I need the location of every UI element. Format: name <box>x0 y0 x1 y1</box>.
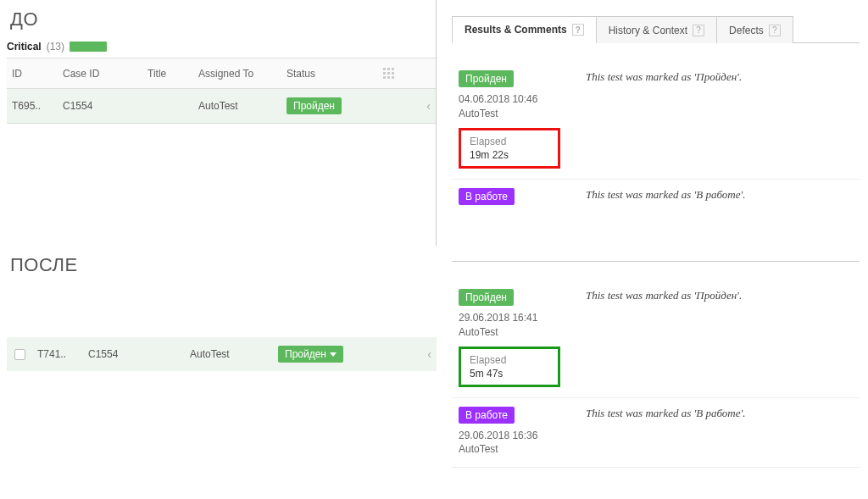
change-entry: В работе 29.06.2018 16:36 AutoTest This … <box>452 398 860 469</box>
table-row[interactable]: T741.. C1554 AutoTest Пройден ‹ <box>7 337 437 371</box>
col-id[interactable]: ID <box>7 61 58 86</box>
chevron-left-icon[interactable]: ‹ <box>427 347 431 361</box>
tab-history-context[interactable]: History & Context ? <box>596 16 717 43</box>
change-message: This test was marked as 'Пройден'. <box>579 280 860 397</box>
tests-table: T741.. C1554 AutoTest Пройден ‹ <box>7 337 437 371</box>
left-pane-after: ПОСЛЕ T741.. C1554 AutoTest Пройден ‹ <box>0 246 437 491</box>
status-badge: В работе <box>459 407 515 424</box>
col-status[interactable]: Status <box>281 61 371 86</box>
status-badge-label: Пройден <box>285 348 326 360</box>
status-badge-label: Пройден <box>293 100 335 112</box>
change-message: This test was marked as 'В работе'. <box>579 398 860 468</box>
table-row[interactable]: T695.. C1554 AutoTest Пройден ‹ <box>7 89 436 123</box>
status-badge-label: Пройден <box>465 73 507 85</box>
elapsed-box-highlight: Elapsed 5m 47s <box>459 347 560 387</box>
status-badge-label: В работе <box>465 191 508 202</box>
change-meta-col: В работе 29.06.2018 16:36 AutoTest <box>452 398 579 468</box>
elapsed-value: 19m 22s <box>470 149 549 161</box>
case-id-link[interactable]: C1554 <box>63 100 92 112</box>
elapsed-label: Elapsed <box>470 354 549 366</box>
change-timestamp: 29.06.2018 16:41 <box>459 311 572 325</box>
before-section: ДО Critical (13) ID Case ID Title Assign… <box>0 0 868 246</box>
right-pane-after: Пройден 29.06.2018 16:41 AutoTest Elapse… <box>437 246 868 491</box>
elapsed-label: Elapsed <box>470 136 549 147</box>
after-section: ПОСЛЕ T741.. C1554 AutoTest Пройден ‹ <box>0 246 868 491</box>
detail-tabs: Results & Comments ? History & Context ?… <box>452 15 860 43</box>
status-badge-label: Пройден <box>465 291 507 303</box>
change-meta-col: В работе <box>452 180 579 215</box>
right-pane-before: Results & Comments ? History & Context ?… <box>437 0 868 246</box>
changes-list: Пройден 29.06.2018 16:41 AutoTest Elapse… <box>452 280 860 468</box>
col-case-id[interactable]: Case ID <box>58 61 142 86</box>
heading-before: ДО <box>10 8 436 30</box>
tab-label: Defects <box>729 25 764 36</box>
change-entry: Пройден 04.06.2018 10:46 AutoTest Elapse… <box>452 62 860 180</box>
change-meta-col: Пройден 04.06.2018 10:46 AutoTest Elapse… <box>452 62 579 179</box>
change-message: This test was marked as 'Пройден'. <box>579 62 860 179</box>
tab-label: Results & Comments <box>465 24 567 36</box>
change-timestamp: 04.06.2018 10:46 <box>459 92 572 107</box>
change-user: AutoTest <box>459 107 572 121</box>
group-progress-bar <box>70 42 107 52</box>
row-checkbox[interactable] <box>14 349 25 360</box>
group-count: (13) <box>47 41 64 53</box>
changes-list: Пройден 04.06.2018 10:46 AutoTest Elapse… <box>452 62 860 216</box>
test-title <box>142 99 193 113</box>
tab-defects[interactable]: Defects ? <box>716 16 793 43</box>
chevron-down-icon <box>330 352 337 357</box>
status-dropdown[interactable]: Пройден <box>278 346 343 363</box>
assigned-to: AutoTest <box>193 93 281 119</box>
heading-after: ПОСЛЕ <box>10 254 437 276</box>
tests-table: ID Case ID Title Assigned To Status T695… <box>7 58 436 124</box>
elapsed-value: 5m 47s <box>470 368 549 380</box>
status-badge: В работе <box>459 188 515 205</box>
help-icon[interactable]: ? <box>572 24 584 36</box>
left-pane-before: ДО Critical (13) ID Case ID Title Assign… <box>0 0 437 246</box>
chevron-left-icon[interactable]: ‹ <box>426 99 431 113</box>
col-title[interactable]: Title <box>142 61 193 86</box>
test-id-link[interactable]: T741.. <box>37 348 66 360</box>
status-badge[interactable]: Пройден <box>287 97 342 114</box>
change-entry: В работе This test was marked as 'В рабо… <box>452 180 860 216</box>
change-user: AutoTest <box>459 325 572 340</box>
status-badge-label: В работе <box>465 409 508 421</box>
change-message: This test was marked as 'В работе'. <box>579 180 860 215</box>
col-assigned-to[interactable]: Assigned To <box>193 61 281 86</box>
change-user: AutoTest <box>459 442 572 457</box>
col-reorder[interactable] <box>371 61 405 86</box>
status-badge: Пройден <box>459 289 514 306</box>
elapsed-box-highlight: Elapsed 19m 22s <box>459 128 560 169</box>
group-label: Critical <box>7 41 42 53</box>
change-timestamp: 29.06.2018 16:36 <box>459 429 572 443</box>
priority-group-row[interactable]: Critical (13) <box>7 41 436 53</box>
reorder-icon <box>383 68 394 79</box>
test-id-link[interactable]: T695.. <box>12 100 41 112</box>
assigned-to: AutoTest <box>185 341 273 367</box>
tab-label: History & Context <box>609 25 687 36</box>
case-id-link[interactable]: C1554 <box>88 348 118 360</box>
table-header: ID Case ID Title Assigned To Status <box>7 58 436 89</box>
status-badge: Пройден <box>459 70 514 87</box>
help-icon[interactable]: ? <box>769 25 781 36</box>
help-icon[interactable]: ? <box>693 25 704 36</box>
change-entry: Пройден 29.06.2018 16:41 AutoTest Elapse… <box>452 280 860 398</box>
change-meta-col: Пройден 29.06.2018 16:41 AutoTest Elapse… <box>452 280 579 397</box>
tab-results-comments[interactable]: Results & Comments ? <box>452 16 597 43</box>
